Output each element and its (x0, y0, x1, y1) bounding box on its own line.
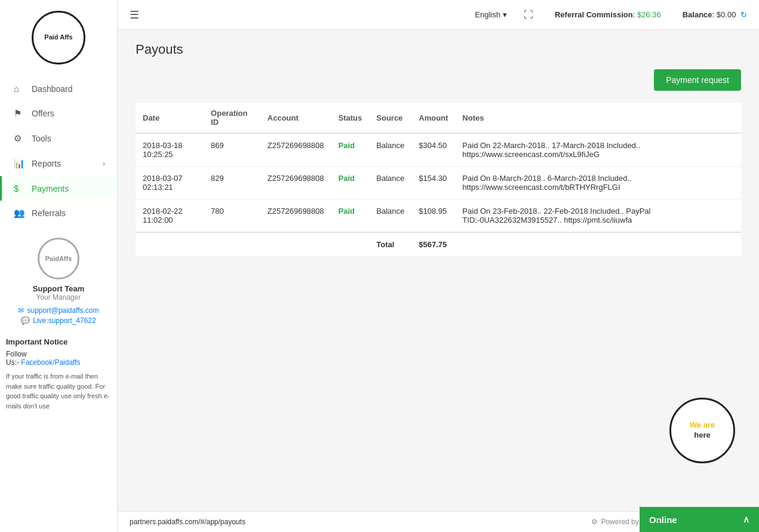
cell-source: Balance (369, 133, 411, 167)
support-title: Support Team (6, 284, 111, 293)
sidebar-item-tools[interactable]: ⚙ Tools (0, 126, 117, 151)
scaleo-icon: ⚙ (591, 518, 598, 526)
sidebar-support-section: PaidAffs Support Team Your Manager ✉ sup… (0, 238, 117, 327)
important-notice-section: Important Notice Follow Us:- Facebook/Pa… (0, 337, 117, 411)
table-header-row: Date Operation ID Account Status Source … (136, 103, 741, 133)
cell-source: Balance (369, 167, 411, 199)
total-amount: $567.75 (411, 232, 455, 256)
sidebar: Paid Affs ⌂ Dashboard ⚑ Offers ⚙ Tools 📊… (0, 0, 118, 532)
total-label-cell (136, 232, 369, 256)
reports-icon: 📊 (14, 158, 26, 169)
notice-follow: Follow Us:- Facebook/Paidaffs (6, 350, 111, 367)
sidebar-item-label: Tools (32, 134, 51, 143)
sidebar-logo: Paid Affs (32, 11, 85, 64)
sidebar-item-label: Dashboard (32, 84, 73, 94)
logo-text: Paid Affs (44, 33, 72, 41)
sidebar-item-label: Offers (32, 109, 54, 118)
main-content: ☰ English ▾ ⛶ Referral Commission: $26.3… (118, 0, 759, 532)
language-selector[interactable]: English ▾ (475, 10, 507, 19)
total-notes-cell (455, 232, 741, 256)
payout-table-body: 2018-03-18 10:25:25 869 Z257269698808 Pa… (136, 133, 741, 256)
cell-status: Paid (331, 199, 370, 233)
sidebar-item-label: Reports (32, 159, 61, 168)
sidebar-item-reports[interactable]: 📊 Reports › (0, 151, 117, 176)
cell-operation-id: 780 (204, 199, 260, 233)
table-row: 2018-03-07 02:13:21 829 Z257269698808 Pa… (136, 167, 741, 199)
cell-status: Paid (331, 133, 370, 167)
support-skype[interactable]: 💬 Live:support_47622 (6, 316, 111, 325)
col-source: Source (369, 103, 411, 133)
total-label: Total (369, 232, 411, 256)
sidebar-item-label: Referrals (32, 208, 66, 218)
sidebar-item-payments[interactable]: $ Payments (0, 176, 117, 201)
chevron-up-icon: ∧ (743, 514, 749, 525)
email-icon: ✉ (18, 306, 24, 315)
cell-source: Balance (369, 199, 411, 233)
chevron-right-icon: › (103, 160, 105, 167)
facebook-link[interactable]: Facebook/Paidaffs (21, 358, 80, 367)
cell-date: 2018-02-22 11:02:00 (136, 199, 204, 233)
support-email[interactable]: ✉ support@paidaffs.com (6, 306, 111, 315)
language-label: English (475, 10, 500, 19)
sidebar-navigation: ⌂ Dashboard ⚑ Offers ⚙ Tools 📊 Reports ›… (0, 76, 117, 226)
col-amount: Amount (411, 103, 455, 133)
flag-icon: ⚑ (14, 108, 26, 119)
page-title: Payouts (136, 42, 741, 57)
cell-amount: $304.50 (411, 133, 455, 167)
cell-notes: Paid On 23-Feb-2018.. 22-Feb-2018 Includ… (455, 199, 741, 233)
support-avatar: PaidAffs (38, 238, 79, 279)
payment-request-button[interactable]: Payment request (654, 69, 741, 91)
tools-icon: ⚙ (14, 133, 26, 144)
we-are-here-line1: We are (690, 420, 715, 429)
support-subtitle: Your Manager (6, 293, 111, 302)
referrals-icon: 👥 (14, 208, 26, 219)
payments-icon: $ (14, 183, 26, 193)
cell-date: 2018-03-07 02:13:21 (136, 167, 204, 199)
home-icon: ⌂ (14, 84, 26, 94)
total-row: Total $567.75 (136, 232, 741, 256)
cell-account: Z257269698808 (260, 167, 331, 199)
cell-date: 2018-03-18 10:25:25 (136, 133, 204, 167)
col-operation-id: Operation ID (204, 103, 260, 133)
table-row: 2018-03-18 10:25:25 869 Z257269698808 Pa… (136, 133, 741, 167)
col-notes: Notes (455, 103, 741, 133)
we-are-here-line2: here (694, 430, 710, 439)
cell-notes: Paid On 22-March-2018.. 17-March-2018 In… (455, 133, 741, 167)
we-are-here-badge: We are here (669, 398, 735, 463)
payouts-table: Date Operation ID Account Status Source … (136, 103, 741, 256)
balance-amount: $0.00 (717, 10, 736, 19)
cell-operation-id: 829 (204, 167, 260, 199)
cell-amount: $154.30 (411, 167, 455, 199)
cell-account: Z257269698808 (260, 133, 331, 167)
expand-icon[interactable]: ⛶ (524, 10, 533, 20)
menu-icon[interactable]: ☰ (130, 8, 139, 21)
col-account: Account (260, 103, 331, 133)
refresh-icon[interactable]: ↻ (740, 10, 747, 19)
notice-text: If your traffic is from e-mail then make… (6, 371, 111, 411)
cell-account: Z257269698808 (260, 199, 331, 233)
notice-title: Important Notice (6, 337, 111, 346)
col-date: Date (136, 103, 204, 133)
page-content: Payouts Payment request Date Operation I… (118, 30, 759, 511)
cell-operation-id: 869 (204, 133, 260, 167)
cell-amount: $108.95 (411, 199, 455, 233)
table-row: 2018-02-22 11:02:00 780 Z257269698808 Pa… (136, 199, 741, 233)
online-chat-button[interactable]: Online ∧ (640, 507, 759, 532)
topbar: ☰ English ▾ ⛶ Referral Commission: $26.3… (118, 0, 759, 30)
cell-status: Paid (331, 167, 370, 199)
sidebar-item-dashboard[interactable]: ⌂ Dashboard (0, 76, 117, 101)
sidebar-item-label: Payments (32, 184, 69, 193)
skype-icon: 💬 (21, 316, 30, 325)
sidebar-item-referrals[interactable]: 👥 Referrals (0, 201, 117, 226)
online-label: Online (649, 515, 677, 525)
referral-commission: Referral Commission: $26.36 (555, 10, 661, 19)
chevron-down-icon: ▾ (503, 10, 507, 19)
balance-display: Balance: $0.00 ↻ (683, 10, 747, 19)
sidebar-item-offers[interactable]: ⚑ Offers (0, 101, 117, 126)
referral-amount: $26.36 (637, 10, 661, 19)
col-status: Status (331, 103, 370, 133)
url-display: partners.paidaffs.com/#/app/payouts (130, 518, 586, 526)
cell-notes: Paid On 8-March-2018.. 6-March-2018 Incl… (455, 167, 741, 199)
